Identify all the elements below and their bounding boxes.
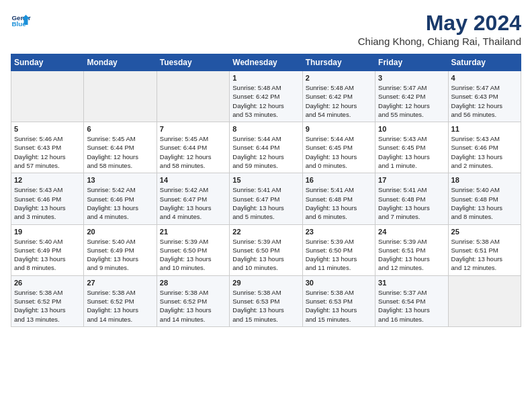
day-info: Sunrise: 5:40 AMSunset: 6:49 PMDaylight:… [14,237,81,273]
day-number: 9 [306,125,372,133]
day-number: 29 [232,279,299,287]
calendar-cell: 24Sunrise: 5:39 AMSunset: 6:51 PMDayligh… [375,224,448,275]
calendar-cell: 25Sunrise: 5:38 AMSunset: 6:51 PMDayligh… [448,224,521,275]
calendar-cell: 11Sunrise: 5:43 AMSunset: 6:46 PMDayligh… [448,122,521,173]
day-info: Sunrise: 5:41 AMSunset: 6:48 PMDaylight:… [306,185,372,221]
calendar-cell: 23Sunrise: 5:39 AMSunset: 6:50 PMDayligh… [302,224,375,275]
day-number: 4 [451,74,518,82]
day-info: Sunrise: 5:45 AMSunset: 6:44 PMDaylight:… [87,134,153,170]
calendar-week-row: 1Sunrise: 5:48 AMSunset: 6:42 PMDaylight… [11,71,521,122]
day-number: 10 [378,125,445,133]
day-info: Sunrise: 5:42 AMSunset: 6:46 PMDaylight:… [87,185,153,221]
calendar-cell: 8Sunrise: 5:44 AMSunset: 6:44 PMDaylight… [230,122,302,173]
calendar-cell: 22Sunrise: 5:39 AMSunset: 6:50 PMDayligh… [230,224,302,275]
calendar-cell: 6Sunrise: 5:45 AMSunset: 6:44 PMDaylight… [84,122,157,173]
day-info: Sunrise: 5:43 AMSunset: 6:46 PMDaylight:… [451,134,518,170]
day-header-wednesday: Wednesday [230,54,302,71]
calendar-cell: 30Sunrise: 5:38 AMSunset: 6:53 PMDayligh… [302,275,375,326]
day-number: 24 [378,228,445,236]
calendar-cell: 4Sunrise: 5:47 AMSunset: 6:43 PMDaylight… [448,71,521,122]
calendar-cell: 17Sunrise: 5:41 AMSunset: 6:48 PMDayligh… [375,173,448,224]
day-number: 13 [87,176,153,184]
day-number: 26 [14,279,81,287]
calendar-cell: 14Sunrise: 5:42 AMSunset: 6:47 PMDayligh… [157,173,229,224]
page-subtitle: Chiang Khong, Chiang Rai, Thailand [358,36,521,47]
calendar-week-row: 19Sunrise: 5:40 AMSunset: 6:49 PMDayligh… [11,224,521,275]
calendar-cell: 20Sunrise: 5:40 AMSunset: 6:49 PMDayligh… [84,224,157,275]
day-info: Sunrise: 5:48 AMSunset: 6:42 PMDaylight:… [306,83,372,119]
calendar-cell: 28Sunrise: 5:38 AMSunset: 6:52 PMDayligh… [157,275,229,326]
calendar-week-row: 5Sunrise: 5:46 AMSunset: 6:43 PMDaylight… [11,122,521,173]
day-number: 17 [378,176,445,184]
calendar-cell: 5Sunrise: 5:46 AMSunset: 6:43 PMDaylight… [11,122,84,173]
calendar-week-row: 12Sunrise: 5:43 AMSunset: 6:46 PMDayligh… [11,173,521,224]
day-number: 15 [232,176,299,184]
day-header-saturday: Saturday [448,54,521,71]
calendar-cell: 12Sunrise: 5:43 AMSunset: 6:46 PMDayligh… [11,173,84,224]
day-info: Sunrise: 5:39 AMSunset: 6:51 PMDaylight:… [378,237,445,273]
day-number: 31 [378,279,445,287]
calendar-cell: 21Sunrise: 5:39 AMSunset: 6:50 PMDayligh… [157,224,229,275]
day-info: Sunrise: 5:38 AMSunset: 6:53 PMDaylight:… [232,288,299,324]
day-info: Sunrise: 5:47 AMSunset: 6:42 PMDaylight:… [378,83,445,119]
calendar-cell: 3Sunrise: 5:47 AMSunset: 6:42 PMDaylight… [375,71,448,122]
day-header-friday: Friday [375,54,448,71]
day-info: Sunrise: 5:43 AMSunset: 6:45 PMDaylight:… [378,134,445,170]
day-number: 6 [87,125,153,133]
calendar-cell: 7Sunrise: 5:45 AMSunset: 6:44 PMDaylight… [157,122,229,173]
day-number: 25 [451,228,518,236]
day-number: 19 [14,228,81,236]
header: General Blue May 2024 Chiang Khong, Chia… [11,11,521,47]
day-info: Sunrise: 5:43 AMSunset: 6:46 PMDaylight:… [14,185,81,221]
day-info: Sunrise: 5:45 AMSunset: 6:44 PMDaylight:… [160,134,226,170]
day-number: 30 [306,279,372,287]
day-info: Sunrise: 5:38 AMSunset: 6:52 PMDaylight:… [160,288,226,324]
title-section: May 2024 Chiang Khong, Chiang Rai, Thail… [358,11,521,47]
day-info: Sunrise: 5:41 AMSunset: 6:48 PMDaylight:… [378,185,445,221]
day-info: Sunrise: 5:39 AMSunset: 6:50 PMDaylight:… [160,237,226,273]
day-info: Sunrise: 5:38 AMSunset: 6:52 PMDaylight:… [14,288,81,324]
day-info: Sunrise: 5:46 AMSunset: 6:43 PMDaylight:… [14,134,81,170]
day-header-sunday: Sunday [11,54,84,71]
day-number: 28 [160,279,226,287]
day-info: Sunrise: 5:48 AMSunset: 6:42 PMDaylight:… [232,83,299,119]
day-info: Sunrise: 5:42 AMSunset: 6:47 PMDaylight:… [160,185,226,221]
day-number: 7 [160,125,226,133]
calendar-cell: 31Sunrise: 5:37 AMSunset: 6:54 PMDayligh… [375,275,448,326]
day-header-thursday: Thursday [302,54,375,71]
calendar-week-row: 26Sunrise: 5:38 AMSunset: 6:52 PMDayligh… [11,275,521,326]
calendar-cell: 9Sunrise: 5:44 AMSunset: 6:45 PMDaylight… [302,122,375,173]
day-number: 18 [451,176,518,184]
calendar-cell: 16Sunrise: 5:41 AMSunset: 6:48 PMDayligh… [302,173,375,224]
calendar-cell [11,71,84,122]
day-number: 21 [160,228,226,236]
calendar-cell: 27Sunrise: 5:38 AMSunset: 6:52 PMDayligh… [84,275,157,326]
day-number: 27 [87,279,153,287]
day-header-monday: Monday [84,54,157,71]
day-header-tuesday: Tuesday [157,54,229,71]
day-info: Sunrise: 5:38 AMSunset: 6:51 PMDaylight:… [451,237,518,273]
calendar-table: SundayMondayTuesdayWednesdayThursdayFrid… [11,54,521,327]
day-number: 5 [14,125,81,133]
day-info: Sunrise: 5:38 AMSunset: 6:52 PMDaylight:… [87,288,153,324]
day-info: Sunrise: 5:38 AMSunset: 6:53 PMDaylight:… [306,288,372,324]
page-title: May 2024 [358,11,521,36]
day-info: Sunrise: 5:37 AMSunset: 6:54 PMDaylight:… [378,288,445,324]
calendar-header-row: SundayMondayTuesdayWednesdayThursdayFrid… [11,54,521,71]
day-number: 1 [232,74,299,82]
day-number: 2 [306,74,372,82]
day-number: 12 [14,176,81,184]
day-number: 16 [306,176,372,184]
calendar-cell: 26Sunrise: 5:38 AMSunset: 6:52 PMDayligh… [11,275,84,326]
day-number: 20 [87,228,153,236]
day-number: 3 [378,74,445,82]
calendar-cell: 15Sunrise: 5:41 AMSunset: 6:47 PMDayligh… [230,173,302,224]
day-info: Sunrise: 5:40 AMSunset: 6:48 PMDaylight:… [451,185,518,221]
calendar-cell: 29Sunrise: 5:38 AMSunset: 6:53 PMDayligh… [230,275,302,326]
day-number: 11 [451,125,518,133]
day-info: Sunrise: 5:44 AMSunset: 6:45 PMDaylight:… [306,134,372,170]
day-number: 14 [160,176,226,184]
calendar-cell: 19Sunrise: 5:40 AMSunset: 6:49 PMDayligh… [11,224,84,275]
logo-icon: General Blue [11,11,31,31]
day-number: 22 [232,228,299,236]
